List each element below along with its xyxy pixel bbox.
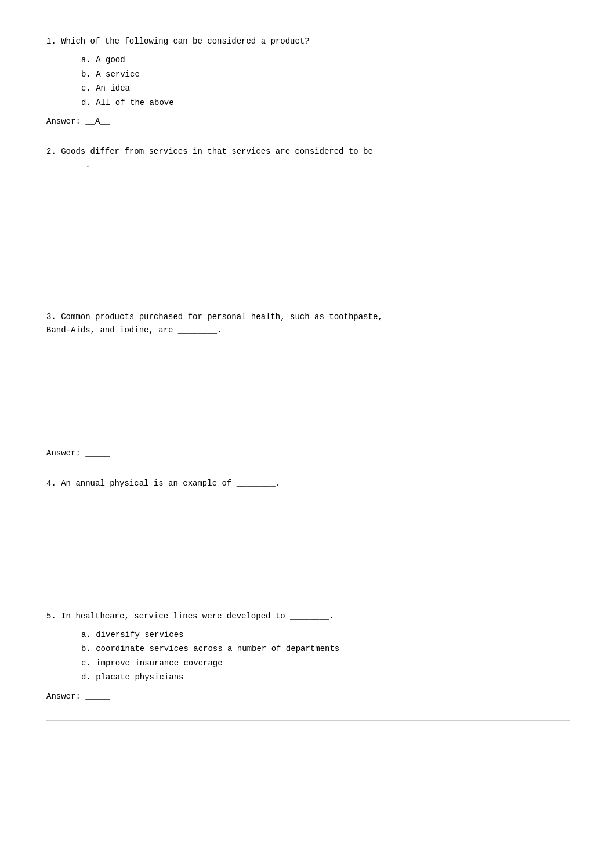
question-3-text: 3. Common products purchased for persona… (46, 310, 570, 337)
option-5d: d. placate physicians (81, 671, 570, 683)
question-4: 4. An annual physical is an example of _… (46, 477, 570, 583)
option-1b: b. A service (81, 68, 570, 81)
question-1-text: 1. Which of the following can be conside… (46, 35, 570, 48)
question-5: 5. In healthcare, service lines were dev… (46, 610, 570, 703)
question-3-answer: Answer: _____ (46, 447, 570, 460)
question-4-text: 4. An annual physical is an example of _… (46, 477, 570, 490)
question-4-blank (46, 496, 570, 583)
question-3: 3. Common products purchased for persona… (46, 310, 570, 429)
option-1a: a. A good (81, 53, 570, 66)
question-2: 2. Goods differ from services in that se… (46, 145, 570, 293)
answer-3: Answer: _____ (46, 447, 570, 460)
question-3-blank (46, 342, 570, 429)
question-5-options: a. diversify services b. coordinate serv… (46, 628, 570, 684)
divider-bottom (46, 720, 570, 721)
question-5-text: 5. In healthcare, service lines were dev… (46, 610, 570, 623)
option-1c: c. An idea (81, 82, 570, 95)
question-2-text: 2. Goods differ from services in that se… (46, 145, 570, 171)
option-5b: b. coordinate services across a number o… (81, 642, 570, 655)
question-1: 1. Which of the following can be conside… (46, 35, 570, 128)
answer-5: Answer: _____ (46, 690, 570, 703)
question-1-options: a. A good b. A service c. An idea d. All… (46, 53, 570, 109)
divider-top (46, 601, 570, 601)
option-5a: a. diversify services (81, 628, 570, 641)
answer-1: Answer: __A__ (46, 115, 570, 128)
option-5c: c. improve insurance coverage (81, 657, 570, 670)
option-1d: d. All of the above (81, 96, 570, 109)
question-2-blank (46, 177, 570, 293)
